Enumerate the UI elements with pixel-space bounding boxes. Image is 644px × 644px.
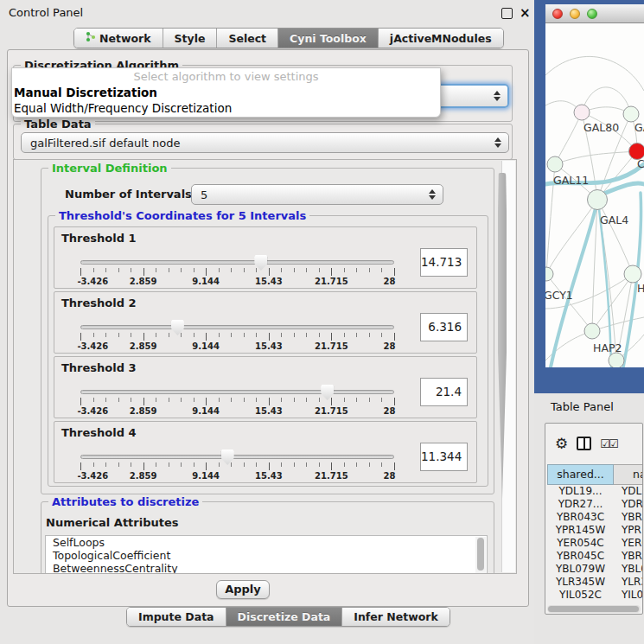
apply-button[interactable]: Apply <box>216 580 270 599</box>
node-h[interactable] <box>624 265 641 283</box>
threshold-1-box: Threshold 1 -3.4262.8599.14415.4321.7152… <box>54 226 477 289</box>
network-window-frame: GAL80 GA C GAL11 GAL4 GCY1 H HAP2 <box>534 0 644 393</box>
bottom-tab-bar: Impute Data Discretize Data Infer Networ… <box>126 607 450 627</box>
list-item[interactable]: BetweennessCentrality <box>46 562 487 574</box>
tick-label: 9.144 <box>192 277 220 286</box>
combo-arrows-icon <box>493 91 501 101</box>
table-panel-box: ⚙ ☑☑ shared... na YDL19...YDL1 YDR27...Y… <box>545 423 643 615</box>
node-label: GA <box>634 121 644 134</box>
table-header: shared... na <box>547 464 643 485</box>
tick-label: 15.43 <box>255 277 283 286</box>
tick-label: 21.715 <box>315 277 348 286</box>
network-icon <box>86 31 96 45</box>
network-window-titlebar[interactable] <box>545 4 644 23</box>
node-partial-bottom[interactable] <box>609 353 624 367</box>
node-label: GCY1 <box>545 289 573 302</box>
table-row[interactable]: YER054CYER0 <box>547 537 643 550</box>
tick-label: 21.715 <box>315 471 348 481</box>
threshold-2-slider[interactable] <box>80 325 394 329</box>
split-columns-icon[interactable] <box>577 437 591 450</box>
close-icon[interactable]: × <box>520 8 531 19</box>
table-row[interactable]: YBR045CYBR0 <box>547 550 643 563</box>
thresholds-group-label: Threshold's Coordinates for 5 Intervals <box>55 209 309 222</box>
node-label: HAP2 <box>593 341 622 354</box>
table-panel: Table Panel ⚙ ☑☑ shared... na YDL19...YD… <box>534 393 644 644</box>
tab-impute-data[interactable]: Impute Data <box>127 608 226 626</box>
tick-label: 2.859 <box>130 341 157 351</box>
tab-select[interactable]: Select <box>217 29 278 48</box>
combo-arrows-icon <box>494 137 501 148</box>
slider-scale: -3.4262.8599.14415.4321.71528 <box>80 277 394 287</box>
settings-scrollpane: Interval Definition Number of Intervals … <box>13 159 517 574</box>
table-data-value: galFiltered.sif default node <box>22 137 494 150</box>
threshold-4-value-field[interactable]: 11.344 <box>420 443 468 471</box>
tick-label: 9.144 <box>192 471 220 481</box>
vertical-scrollbar[interactable] <box>501 161 515 572</box>
table-row[interactable]: YBL079WYBL0 <box>547 563 643 576</box>
table-row[interactable]: YDL19...YDL1 <box>547 485 643 498</box>
table-data-group: Table Data galFiltered.sif default node <box>13 124 513 160</box>
threshold-3-label: Threshold 3 <box>61 361 137 374</box>
tick-label: 28 <box>383 406 395 416</box>
node-gal80[interactable] <box>574 105 590 120</box>
column-header-shared[interactable]: shared... <box>547 464 614 485</box>
tab-discretize-data[interactable]: Discretize Data <box>226 608 343 626</box>
float-window-icon[interactable] <box>501 8 513 19</box>
threshold-4-slider[interactable] <box>80 455 394 459</box>
top-tab-bar: Network Style Select Cyni Toolbox jActiv… <box>73 28 504 48</box>
tab-jactivemnodules[interactable]: jActiveMNodules <box>379 29 503 48</box>
table-data-combobox[interactable]: galFiltered.sif default node <box>21 132 509 153</box>
node-hap2[interactable] <box>584 323 600 339</box>
horizontal-scrollbar[interactable] <box>547 605 641 613</box>
table-rows: YDL19...YDL1 YDR27...YDR2 YBR043CYBR0 YP… <box>547 485 643 602</box>
dropdown-prompt: Select algorithm to view settings <box>12 68 440 85</box>
list-item[interactable]: TopologicalCoefficient <box>46 549 487 562</box>
dropdown-option-equal-width-frequency[interactable]: Equal Width/Frequency Discretization <box>12 100 440 116</box>
table-row[interactable]: YBR043CYBR0 <box>547 511 643 524</box>
attributes-group-label: Attributes to discretize <box>48 495 202 508</box>
table-row[interactable]: YLR345WYLR3 <box>547 576 643 589</box>
node-partial-right-top[interactable] <box>623 106 639 122</box>
table-data-group-label: Table Data <box>21 118 95 131</box>
table-toolbar: ⚙ ☑☑ <box>545 424 642 463</box>
column-header-name[interactable]: na <box>614 464 643 485</box>
minimize-traffic-light[interactable] <box>570 9 580 19</box>
checkbox-icons[interactable]: ☑☑ <box>600 438 616 450</box>
table-row[interactable]: YIL052CYIL0 <box>547 589 643 602</box>
interval-definition-group: Interval Definition Number of Intervals … <box>41 168 494 494</box>
tick-label: 28 <box>383 277 395 286</box>
tick-label: 9.144 <box>192 341 220 351</box>
list-item[interactable]: SelfLoops <box>46 536 487 549</box>
number-of-intervals-label: Number of Intervals <box>65 188 192 201</box>
threshold-2-value-field[interactable]: 6.316 <box>420 313 468 341</box>
tick-label: 28 <box>383 471 395 481</box>
list-scrollbar[interactable] <box>475 537 486 574</box>
threshold-3-slider[interactable] <box>80 390 394 394</box>
threshold-1-slider[interactable] <box>80 260 394 265</box>
threshold-1-value-field[interactable]: 14.713 <box>420 248 468 277</box>
threshold-3-box: Threshold 3 -3.4262.8599.14415.4321.7152… <box>54 356 477 418</box>
tick-label: 15.43 <box>255 471 283 481</box>
tab-cyni-toolbox[interactable]: Cyni Toolbox <box>278 29 379 48</box>
node-gal4[interactable] <box>588 190 608 210</box>
table-row[interactable]: YDR27...YDR2 <box>547 498 643 511</box>
node-gal11[interactable] <box>547 156 563 172</box>
table-row[interactable]: YPR145WYPR1 <box>547 524 643 537</box>
number-of-intervals-combobox[interactable]: 5 <box>191 184 443 205</box>
numerical-attributes-label: Numerical Attributes <box>46 516 179 529</box>
tab-style[interactable]: Style <box>163 29 218 48</box>
close-traffic-light[interactable] <box>552 9 563 19</box>
tick-label: 2.859 <box>130 406 157 416</box>
threshold-2-label: Threshold 2 <box>61 296 137 309</box>
gear-icon[interactable]: ⚙ <box>555 437 568 451</box>
scrollbar-thumb[interactable] <box>548 606 639 612</box>
threshold-3-value-field[interactable]: 21.4 <box>420 378 468 406</box>
tick-label: 2.859 <box>130 471 157 481</box>
tab-infer-network[interactable]: Infer Network <box>342 608 450 626</box>
node-label: C <box>637 157 644 170</box>
node-gcy1[interactable] <box>545 267 553 281</box>
tab-network[interactable]: Network <box>74 29 163 48</box>
dropdown-option-manual-discretization[interactable]: Manual Discretization <box>12 85 440 100</box>
zoom-traffic-light[interactable] <box>587 9 597 19</box>
network-canvas[interactable]: GAL80 GA C GAL11 GAL4 GCY1 H HAP2 <box>545 23 644 367</box>
